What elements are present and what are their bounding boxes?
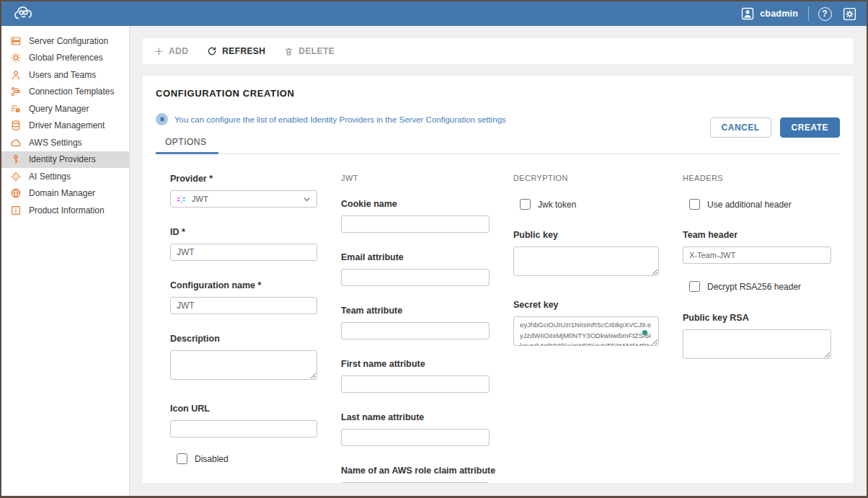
cancel-button[interactable]: CANCEL — [710, 117, 771, 138]
trash-icon — [284, 47, 293, 56]
gear-icon — [10, 52, 22, 63]
chevron-down-icon — [303, 195, 311, 203]
sidebar-item-label: Query Manager — [29, 104, 89, 114]
sidebar-item-identity-providers[interactable]: Identity Providers — [1, 151, 129, 169]
id-field[interactable] — [170, 244, 317, 261]
cookie-name-field[interactable] — [341, 215, 490, 233]
last-name-attribute-field[interactable] — [341, 429, 490, 446]
provider-select[interactable]: JWT — [170, 190, 317, 208]
connections-icon — [10, 86, 22, 97]
secret-key-label: Secret key — [513, 300, 659, 310]
sidebar-item-label: AI Settings — [29, 172, 71, 182]
last-name-attribute-label: Last name attribute — [341, 412, 490, 422]
app-window: cbadmin ? Server Configuration — [0, 0, 868, 498]
username: cbadmin — [760, 9, 798, 19]
description-label: Description — [170, 334, 317, 344]
configuration-creation-panel: CONFIGURATION CREATION You can configure… — [143, 76, 853, 483]
refresh-button[interactable]: REFRESH — [207, 46, 265, 56]
email-attribute-field[interactable] — [341, 269, 490, 286]
main-area: ADD REFRESH DELETE CONFIGURATION CREATIO… — [130, 26, 867, 496]
sidebar-item-ai-settings[interactable]: AI Settings — [1, 168, 129, 185]
content-area: Server Configuration Global Preferences … — [1, 26, 867, 496]
sidebar-item-driver-management[interactable]: Driver Management — [1, 117, 129, 135]
first-name-attribute-field[interactable] — [341, 375, 490, 393]
add-button[interactable]: ADD — [154, 46, 188, 56]
sidebar-item-aws-settings[interactable]: AWS Settings — [1, 134, 129, 151]
public-key-rsa-field[interactable] — [683, 329, 831, 359]
team-header-field[interactable] — [683, 246, 831, 264]
identity-provider-form: Provider * JWT ID * Confi — [170, 174, 840, 483]
gear-icon — [842, 6, 857, 22]
ai-chip-icon — [10, 171, 22, 182]
info-icon — [10, 205, 22, 216]
headers-section-header: HEADERS — [683, 174, 831, 183]
cloud-icon — [10, 137, 22, 148]
team-attribute-label: Team attribute — [341, 306, 490, 316]
help-button[interactable]: ? — [816, 5, 833, 22]
jwk-token-checkbox[interactable] — [520, 199, 531, 210]
form-column-jwt: JWT Cookie name Email attribute Team att… — [341, 174, 490, 483]
sidebar-item-query-manager[interactable]: Query Manager — [1, 100, 129, 117]
form-column-decryption: DECRYPTION Jwk token Public key Secret k… — [513, 174, 659, 483]
user-menu[interactable]: cbadmin — [738, 5, 801, 22]
settings-button[interactable] — [841, 5, 858, 22]
configuration-name-label: Configuration name * — [170, 280, 317, 290]
provider-label: Provider * — [170, 174, 317, 184]
sidebar-item-server-configuration[interactable]: Server Configuration — [1, 32, 129, 50]
form-column-general: Provider * JWT ID * Confi — [170, 174, 317, 483]
public-key-field[interactable] — [513, 246, 659, 276]
actions-toolbar: ADD REFRESH DELETE — [143, 38, 853, 64]
use-additional-header-label[interactable]: Use additional header — [707, 200, 792, 210]
help-icon: ? — [818, 7, 832, 21]
decrypt-rsa256-label[interactable]: Decrypt RSA256 header — [707, 282, 801, 292]
jwk-token-checkbox-label[interactable]: Jwk token — [538, 200, 576, 210]
disabled-checkbox[interactable] — [177, 453, 187, 464]
database-icon — [10, 120, 22, 131]
jwt-logo-icon — [177, 195, 186, 204]
sidebar-item-label: Domain Manager — [29, 188, 95, 198]
email-attribute-label: Email attribute — [341, 252, 490, 262]
plus-icon — [154, 47, 164, 56]
top-bar: cbadmin ? — [1, 1, 867, 26]
secret-key-field[interactable]: eyJhbGciOiJIUzI1NiIsInR5cCI6IkpXVCJ9.eyJ… — [513, 316, 659, 346]
bell-icon — [156, 113, 168, 125]
description-field[interactable] — [170, 350, 317, 380]
aws-role-claim-attribute-field[interactable] — [341, 482, 490, 483]
configuration-name-field[interactable] — [170, 297, 317, 314]
panel-actions: CANCEL CREATE — [710, 117, 840, 138]
key-icon — [10, 154, 22, 165]
jwt-section-header: JWT — [341, 174, 490, 183]
decryption-section-header: DECRYPTION — [513, 174, 659, 183]
topbar-divider — [808, 6, 809, 21]
sidebar-item-domain-manager[interactable]: Domain Manager — [1, 185, 129, 203]
sidebar-item-label: Product Information — [29, 205, 105, 215]
public-key-label: Public key — [513, 230, 659, 240]
sidebar-item-label: AWS Settings — [29, 138, 82, 148]
aws-role-claim-attribute-label: Name of an AWS role claim attribute — [341, 466, 490, 476]
sidebar-item-label: Identity Providers — [29, 154, 96, 164]
server-icon — [10, 35, 22, 47]
sidebar-item-label: Connection Templates — [29, 86, 115, 97]
tab-options[interactable]: OPTIONS — [156, 133, 218, 154]
sidebar-item-label: Driver Management — [29, 120, 105, 130]
create-button[interactable]: CREATE — [780, 117, 840, 138]
user-icon — [10, 69, 22, 81]
delete-button[interactable]: DELETE — [284, 46, 335, 56]
user-icon — [740, 6, 755, 21]
first-name-attribute-label: First name attribute — [341, 359, 490, 369]
sidebar-item-connection-templates[interactable]: Connection Templates — [1, 84, 129, 101]
use-additional-header-checkbox[interactable] — [689, 199, 700, 210]
icon-url-field[interactable] — [170, 420, 317, 437]
globe-icon — [10, 187, 22, 199]
team-attribute-field[interactable] — [341, 322, 490, 339]
decrypt-rsa256-checkbox[interactable] — [689, 281, 700, 292]
sidebar-item-global-preferences[interactable]: Global Preferences — [1, 50, 129, 67]
sidebar-item-label: Server Configuration — [29, 36, 108, 46]
query-log-icon — [10, 103, 22, 115]
id-label: ID * — [170, 227, 317, 237]
page-title: CONFIGURATION CREATION — [156, 88, 840, 99]
sidebar-item-users-and-teams[interactable]: Users and Teams — [1, 66, 129, 84]
disabled-checkbox-label[interactable]: Disabled — [195, 454, 229, 464]
form-column-headers: HEADERS Use additional header Team heade… — [683, 174, 831, 483]
sidebar-item-product-information[interactable]: Product Information — [1, 202, 129, 219]
